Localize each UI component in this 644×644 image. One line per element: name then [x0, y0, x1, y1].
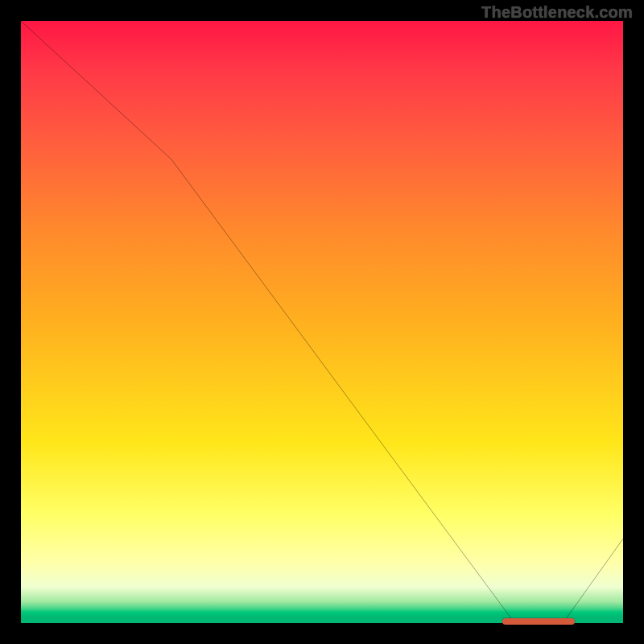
watermark-text: TheBottleneck.com [481, 3, 633, 22]
bottleneck-curve [21, 21, 623, 623]
optimal-range-marker [502, 618, 575, 625]
chart-frame: TheBottleneck.com [0, 0, 644, 644]
curve-path [21, 21, 623, 623]
